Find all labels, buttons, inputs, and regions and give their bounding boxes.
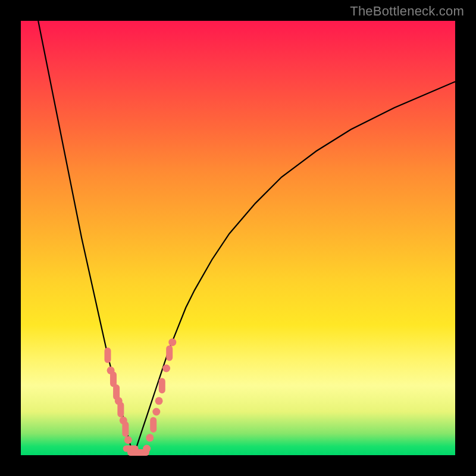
plot-area (21, 21, 455, 455)
watermark-text: TheBottleneck.com (350, 4, 464, 19)
marker-point (117, 402, 124, 417)
marker-point (122, 421, 129, 437)
curve-right-branch (134, 82, 455, 455)
curve-group (38, 21, 455, 455)
chart-svg (21, 21, 455, 455)
marker-point (150, 417, 156, 433)
marker-point (152, 408, 160, 416)
chart-frame: TheBottleneck.com (0, 0, 476, 476)
marker-group (105, 339, 177, 456)
marker-point (162, 365, 170, 372)
marker-point (143, 445, 151, 453)
marker-point (105, 347, 111, 363)
marker-point (155, 397, 163, 405)
marker-point (168, 339, 176, 346)
marker-point (159, 378, 165, 393)
marker-point (146, 434, 154, 441)
marker-point (124, 436, 132, 444)
marker-point (166, 346, 173, 361)
